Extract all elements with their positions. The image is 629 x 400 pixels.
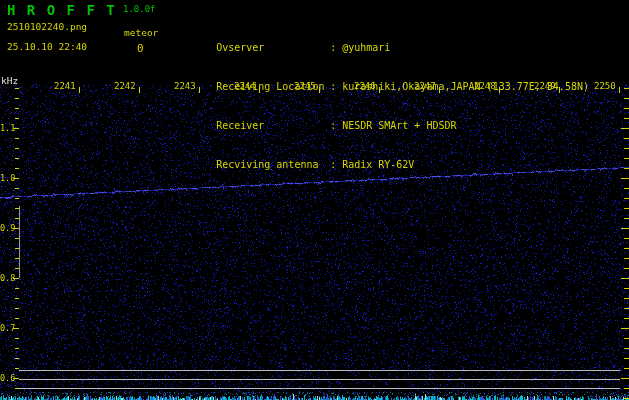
freq-minor-tick-right bbox=[624, 398, 629, 399]
info-value: NESDR SMArt + HDSDR bbox=[342, 120, 456, 131]
info-colon: : bbox=[330, 119, 342, 132]
meteor-count: 0 bbox=[137, 42, 144, 55]
freq-tick-mark-major bbox=[13, 228, 19, 229]
freq-tick-mark-major bbox=[13, 328, 19, 329]
freq-minor-tick-left bbox=[15, 168, 19, 169]
freq-minor-tick-left bbox=[15, 148, 19, 149]
freq-tick-mark-major bbox=[13, 178, 19, 179]
meteor-label: meteor bbox=[124, 27, 158, 38]
freq-minor-tick-left bbox=[15, 208, 19, 209]
freq-tick-mark-major-right bbox=[621, 178, 629, 179]
freq-minor-tick-left bbox=[15, 338, 19, 339]
receiver-info: Ovserver:@yuhmari Receiving Location:kur… bbox=[180, 2, 589, 184]
freq-tick-mark-major bbox=[13, 128, 19, 129]
info-label: Recviving antenna bbox=[216, 158, 330, 171]
freq-minor-tick-right bbox=[624, 98, 629, 99]
freq-minor-tick-right bbox=[624, 288, 629, 289]
freq-tick-mark-major-right bbox=[621, 128, 629, 129]
reference-line bbox=[19, 379, 620, 380]
info-label: Ovserver bbox=[216, 41, 330, 54]
freq-minor-tick-left bbox=[15, 318, 19, 319]
freq-tick-label: 0.7 bbox=[0, 323, 13, 333]
freq-minor-tick-right bbox=[624, 188, 629, 189]
freq-minor-tick-right bbox=[624, 298, 629, 299]
freq-minor-tick-left bbox=[15, 238, 19, 239]
freq-minor-tick-right bbox=[624, 248, 629, 249]
freq-minor-tick-right bbox=[624, 198, 629, 199]
timestamp: 25.10.10 22:40 bbox=[7, 41, 87, 52]
freq-minor-tick-left bbox=[15, 218, 19, 219]
freq-minor-tick-right bbox=[624, 318, 629, 319]
khz-unit-label: kHz bbox=[1, 75, 18, 86]
freq-tick-mark-major-right bbox=[621, 378, 629, 379]
freq-minor-tick-right bbox=[624, 108, 629, 109]
time-tick-label: 2242 bbox=[114, 81, 136, 91]
freq-minor-tick-left bbox=[15, 118, 19, 119]
freq-minor-tick-left bbox=[15, 88, 19, 89]
freq-minor-tick-left bbox=[15, 308, 19, 309]
freq-minor-tick-left bbox=[15, 268, 19, 269]
app-version: 1.0.0f bbox=[123, 4, 156, 14]
freq-minor-tick-right bbox=[624, 348, 629, 349]
freq-tick-label: 0.8 bbox=[0, 273, 13, 283]
freq-minor-tick-left bbox=[15, 258, 19, 259]
freq-minor-tick-right bbox=[624, 218, 629, 219]
freq-minor-tick-right bbox=[624, 88, 629, 89]
freq-minor-tick-right bbox=[624, 338, 629, 339]
app-title: H R O F F T bbox=[7, 2, 116, 18]
freq-minor-tick-left bbox=[15, 358, 19, 359]
freq-minor-tick-right bbox=[624, 208, 629, 209]
freq-minor-tick-right bbox=[624, 148, 629, 149]
info-colon: : bbox=[330, 158, 342, 171]
freq-minor-tick-right bbox=[624, 118, 629, 119]
info-row-receiver: Receiver:NESDR SMArt + HDSDR bbox=[180, 106, 589, 119]
info-row-antenna: Recviving antenna:Radix RY-62V bbox=[180, 145, 589, 158]
freq-minor-tick-right bbox=[624, 258, 629, 259]
info-colon: : bbox=[330, 80, 342, 93]
time-tick-label: 2250 bbox=[594, 81, 616, 91]
freq-minor-tick-left bbox=[15, 198, 19, 199]
info-value: @yuhmari bbox=[342, 42, 390, 53]
info-label: Receiving Location bbox=[216, 80, 330, 93]
freq-minor-tick-left bbox=[15, 248, 19, 249]
freq-minor-tick-right bbox=[624, 138, 629, 139]
time-tick-label: 2241 bbox=[54, 81, 76, 91]
freq-minor-tick-left bbox=[15, 288, 19, 289]
freq-tick-mark-major bbox=[13, 278, 19, 279]
freq-minor-tick-right bbox=[624, 358, 629, 359]
info-colon: : bbox=[330, 41, 342, 54]
freq-minor-tick-left bbox=[15, 348, 19, 349]
freq-tick-label: 0.9 bbox=[0, 223, 13, 233]
info-value: Radix RY-62V bbox=[342, 159, 414, 170]
freq-minor-tick-left bbox=[15, 188, 19, 189]
info-row-observer: Ovserver:@yuhmari bbox=[180, 28, 589, 41]
reference-line bbox=[19, 370, 620, 371]
freq-minor-tick-right bbox=[624, 308, 629, 309]
freq-minor-tick-left bbox=[15, 158, 19, 159]
freq-tick-mark-major-right bbox=[621, 278, 629, 279]
freq-tick-label: 1.1 bbox=[0, 123, 13, 133]
freq-tick-mark-major-right bbox=[621, 328, 629, 329]
output-filename: 2510102240.png bbox=[7, 21, 87, 32]
freq-tick-label: 1.0 bbox=[0, 173, 13, 183]
freq-tick-mark-major-right bbox=[621, 228, 629, 229]
freq-minor-tick-left bbox=[15, 98, 19, 99]
reference-line bbox=[19, 388, 620, 389]
freq-minor-tick-right bbox=[624, 268, 629, 269]
freq-minor-tick-right bbox=[624, 238, 629, 239]
time-tick-mark bbox=[139, 87, 140, 93]
freq-minor-tick-right bbox=[624, 158, 629, 159]
info-row-location: Receiving Location:kurashiki,Okayama,JAP… bbox=[180, 67, 589, 80]
freq-minor-tick-right bbox=[624, 168, 629, 169]
time-tick-mark bbox=[619, 87, 620, 93]
freq-minor-tick-left bbox=[15, 138, 19, 139]
info-label: Receiver bbox=[216, 119, 330, 132]
hrofft-screen: 2241224222432244224522462247224822492250… bbox=[0, 0, 629, 400]
info-value: kurashiki,Okayama,JAPAN (133.77E, 34.58N… bbox=[342, 81, 589, 92]
freq-tick-label: 0.6 bbox=[0, 373, 13, 383]
freq-minor-tick-right bbox=[624, 368, 629, 369]
freq-minor-tick-left bbox=[15, 298, 19, 299]
time-tick-mark bbox=[79, 87, 80, 93]
freq-minor-tick-left bbox=[15, 108, 19, 109]
freq-minor-tick-right bbox=[624, 388, 629, 389]
